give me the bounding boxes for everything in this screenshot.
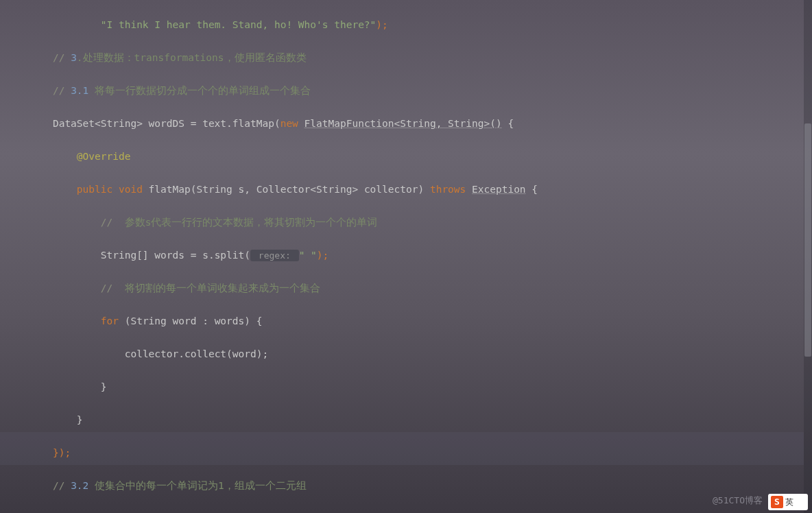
comment: 使集合中的每一个单词记为1，组成一个二元组 [88, 480, 306, 491]
vertical-scrollbar[interactable] [804, 0, 812, 513]
comment: 将切割的每一个单词收集起来成为一个集合 [119, 283, 320, 294]
comment: .处理数据：transformations，使用匿名函数类 [77, 52, 307, 63]
param-hint-regex: regex: [250, 250, 299, 261]
ime-indicator[interactable]: S 英 [768, 494, 808, 510]
annotation: @Override [77, 151, 131, 162]
ime-mode: 英 [785, 494, 793, 510]
ime-logo-icon: S [771, 496, 783, 508]
string-literal: "I think I hear them. Stand, ho! Who's t… [101, 19, 377, 30]
code-editor[interactable]: "I think I hear them. Stand, ho! Who's t… [0, 0, 812, 513]
comment: 将每一行数据切分成一个个的单词组成一个集合 [88, 85, 311, 96]
scrollbar-thumb[interactable] [804, 123, 811, 357]
comment: 参数s代表一行行的文本数据，将其切割为一个个的单词 [119, 217, 377, 228]
anonymous-class: FlatMapFunction<String, String>() [304, 118, 502, 129]
watermark-text: @51CTO博客 [713, 492, 763, 509]
